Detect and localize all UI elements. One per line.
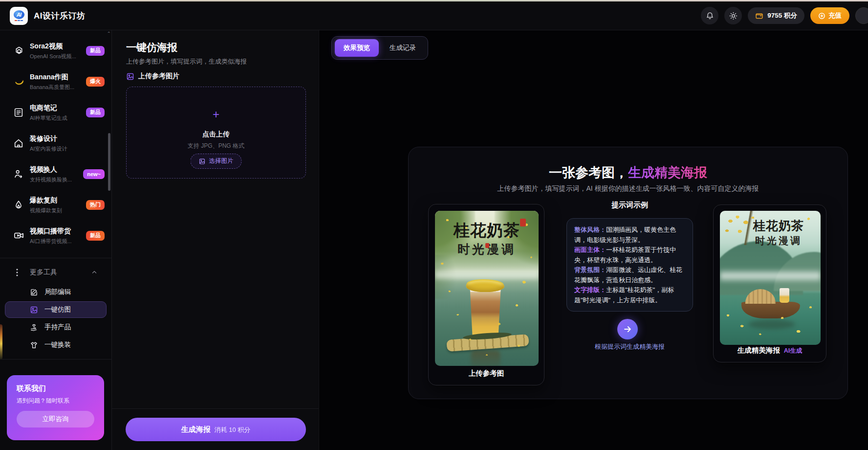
panel-subtitle: 上传参考图片，填写提示词，生成类似海报 [126, 57, 247, 66]
window-edge-strip [0, 0, 868, 1]
openai-icon [13, 45, 26, 57]
item-subtitle: AI口播带货视频... [30, 238, 77, 245]
arrow-right-icon [623, 324, 632, 334]
prompt-example-box: 整体风格：国潮插画风，暖黄色主色调，电影级光影与景深。 画面主体：一杯桂花奶茶置… [566, 218, 693, 312]
status-badge: 爆火 [86, 77, 105, 87]
avatar[interactable] [855, 7, 868, 24]
sidebar-item-hit-remake[interactable]: 爆款复刻视频爆款复刻 热门 [0, 189, 111, 220]
arrow-caption: 根据提示词生成精美海报 [566, 342, 693, 351]
generate-arrow-button[interactable] [617, 319, 638, 339]
sidebar-item-local-edit[interactable]: 局部编辑 [5, 284, 107, 300]
item-subtitle: Banana高质量图... [30, 84, 77, 91]
sidebar-scrollbar[interactable] [108, 133, 110, 191]
hero-subtitle: 上传参考图片，填写提示词，AI 根据你的描述生成一张风格一致、内容可自定义的海报 [409, 184, 847, 193]
item-subtitle: 支持视频换脸换... [30, 176, 77, 183]
status-badge: 热门 [86, 200, 105, 210]
prompt-line: 背景氛围：湖面微波、远山虚化、桂花花瓣飘落，营造秋日治愈感。 [574, 265, 685, 285]
recharge-button[interactable]: 充值 [810, 7, 849, 24]
peek-thumbnail [0, 324, 2, 360]
home-icon [13, 138, 26, 149]
tab-generation-history[interactable]: 生成记录 [381, 39, 425, 57]
sidebar-item-one-click-copy-image[interactable]: 一键仿图 [5, 301, 107, 318]
hero-title-accent: 生成精美海报 [628, 165, 707, 180]
contact-title: 联系我们 [17, 384, 94, 393]
app-logo: AI [10, 7, 28, 25]
generate-poster-button[interactable]: 生成海报消耗 10 积分 [126, 418, 306, 441]
sidebar-item-hand-product[interactable]: 手持产品 [5, 319, 107, 336]
divider [0, 359, 111, 360]
prompt-example-title: 提示词示例 [566, 201, 693, 210]
theme-button[interactable] [724, 7, 742, 24]
sidebar-item-banana[interactable]: Banana作图Banana高质量图... 爆火 [0, 66, 111, 97]
hero-title: 一张参考图，生成精美海报 [409, 164, 847, 181]
image-icon [126, 72, 134, 81]
generate-label: 生成海报 [181, 425, 211, 433]
upload-format-text: 支持 JPG、PNG 格式 [127, 142, 305, 150]
divider [0, 258, 111, 258]
upload-dropzone[interactable]: + 点击上传 支持 JPG、PNG 格式 选择图片 [126, 87, 306, 179]
panel-footer: 生成海报消耗 10 积分 [112, 408, 319, 450]
status-badge: new~ [83, 169, 105, 179]
dots-vertical-icon [13, 268, 26, 277]
status-badge: 新品 [86, 231, 105, 241]
reference-poster-caption: 上传参考图 [429, 369, 544, 378]
plus-icon: + [127, 108, 305, 121]
upload-click-text: 点击上传 [127, 130, 305, 139]
item-title: Sora2视频 [30, 42, 63, 50]
image-icon [199, 158, 206, 165]
prompt-line: 整体风格：国潮插画风，暖黄色主色调，电影级光影与景深。 [574, 225, 685, 245]
upload-section-label: 上传参考图片 [138, 72, 179, 81]
edit-square-icon [30, 288, 39, 296]
generate-cost: 消耗 10 积分 [215, 426, 251, 433]
tshirt-icon [30, 341, 39, 349]
flame-icon [13, 200, 26, 210]
main-area: 效果预览 生成记录 一张参考图，生成精美海报 上传参考图片，填写提示词，AI 根… [319, 30, 868, 450]
item-subtitle: AI室内装修设计 [30, 145, 77, 153]
more-tools-toggle[interactable]: 更多工具 [0, 265, 111, 280]
sidebar-item-sora2[interactable]: Sora2视频OpenAI Sora视频... 新品 [0, 35, 111, 66]
contact-subtitle: 遇到问题？随时联系 [17, 397, 94, 405]
ai-generated-tag: AI生成 [784, 347, 803, 354]
bell-icon [706, 12, 714, 20]
choose-image-button[interactable]: 选择图片 [191, 154, 242, 169]
contact-button[interactable]: 立即咨询 [17, 411, 94, 428]
sidebar-item-interior-design[interactable]: 装修设计AI室内装修设计 [0, 128, 111, 158]
panel-title: 一键仿海报 [126, 41, 177, 54]
more-tools-label: 更多工具 [30, 268, 57, 277]
app-title: AI设计乐订坊 [34, 10, 86, 22]
image-icon [30, 306, 39, 314]
item-title: 视频换人 [30, 165, 57, 173]
contact-card: 联系我们 遇到问题？随时联系 立即咨询 [7, 375, 104, 440]
points-value: 9755 积分 [767, 11, 797, 20]
notifications-button[interactable] [701, 7, 718, 24]
person-swap-icon [13, 169, 26, 180]
hand-product-icon [30, 323, 39, 332]
sidebar: Sora2视频OpenAI Sora视频... 新品 Banana作图Banan… [0, 30, 112, 450]
subitem-label: 局部编辑 [44, 288, 71, 296]
recharge-label: 充值 [828, 11, 842, 20]
item-title: Banana作图 [30, 73, 68, 81]
sidebar-item-ecommerce-notes[interactable]: 电商笔记AI种草笔记生成 新品 [0, 97, 111, 128]
subitem-label: 手持产品 [44, 323, 71, 332]
hero-card: 一张参考图，生成精美海报 上传参考图片，填写提示词，AI 根据你的描述生成一张风… [408, 147, 848, 399]
video-camera-icon [13, 230, 26, 241]
scrollbar-up-arrow[interactable]: ⌃ [107, 31, 111, 36]
plus-circle-icon [818, 12, 825, 20]
item-title: 爆款复刻 [30, 196, 57, 204]
status-badge: 新品 [86, 46, 105, 56]
poster-subtitle-text: 时光漫调 [737, 234, 821, 248]
sidebar-item-video-broadcast[interactable]: 视频口播带货AI口播带货视频... 新品 [0, 220, 111, 251]
preview-tabs: 效果预览 生成记录 [331, 36, 428, 60]
sidebar-item-outfit-swap[interactable]: 一键换装 [5, 337, 107, 353]
prompt-line: 文字排版：主标题"桂花奶茶"，副标题"时光漫调"，上方居中排版。 [574, 285, 685, 305]
tab-effect-preview[interactable]: 效果预览 [335, 39, 379, 57]
document-icon [13, 107, 26, 118]
prompt-line: 画面主体：一杯桂花奶茶置于竹筏中央，杯壁有水珠，高光通透。 [574, 245, 685, 265]
sidebar-item-video-face-swap[interactable]: 视频换人支持视频换脸换... new~ [0, 158, 111, 189]
control-panel: 一键仿海报 上传参考图片，填写提示词，生成类似海报 上传参考图片 + 点击上传 … [112, 30, 319, 450]
item-subtitle: 视频爆款复刻 [30, 207, 77, 214]
points-badge[interactable]: 9755 积分 [748, 7, 804, 24]
app-header: AI AI设计乐订坊 9755 积分 充值 [0, 1, 868, 30]
item-subtitle: OpenAI Sora视频... [30, 53, 77, 60]
item-title: 装修设计 [30, 135, 57, 142]
